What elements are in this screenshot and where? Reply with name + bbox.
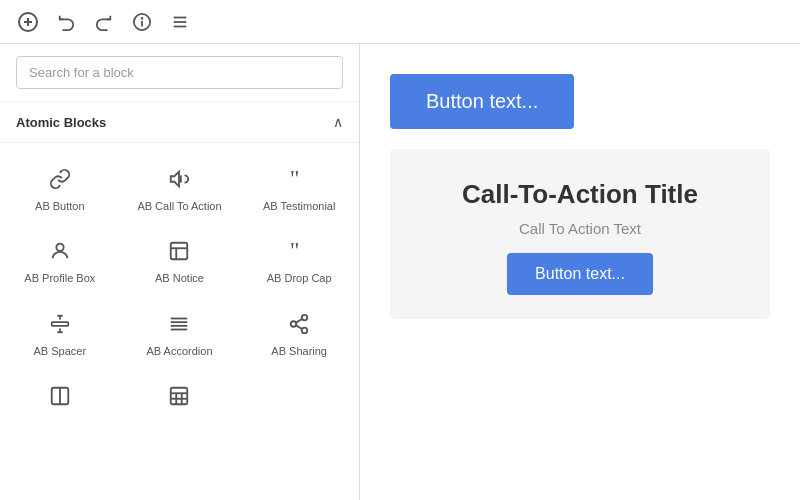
- category-header[interactable]: Atomic Blocks ∧: [0, 102, 359, 143]
- block-item-ab-notice[interactable]: AB Notice: [120, 223, 240, 295]
- menu-icon: [171, 13, 189, 31]
- info-icon: [133, 13, 151, 31]
- cta-button[interactable]: Button text...: [507, 253, 653, 295]
- redo-icon: [95, 13, 113, 31]
- block-item-ab-call-to-action[interactable]: AB Call To Action: [120, 151, 240, 223]
- cta-box: Call-To-Action Title Call To Action Text…: [390, 149, 770, 319]
- svg-point-26: [302, 327, 308, 333]
- menu-button[interactable]: [164, 6, 196, 38]
- svg-line-27: [296, 325, 302, 329]
- atomic-blocks-category: Atomic Blocks ∧ AB Button: [0, 102, 359, 434]
- drop-cap-icon: ": [285, 237, 313, 265]
- megaphone-icon: [165, 165, 193, 193]
- plus-icon: [18, 12, 38, 32]
- block-label-ab-spacer: AB Spacer: [34, 344, 87, 358]
- block-label-ab-profile-box: AB Profile Box: [24, 271, 95, 285]
- svg-text:": ": [290, 240, 300, 262]
- toolbar: [0, 0, 800, 44]
- block-item-ab-spacer[interactable]: AB Spacer: [0, 296, 120, 368]
- notice-icon: [165, 237, 193, 265]
- undo-button[interactable]: [50, 6, 82, 38]
- block-inserter-panel: Atomic Blocks ∧ AB Button: [0, 44, 360, 500]
- block-label-ab-drop-cap: AB Drop Cap: [267, 271, 332, 285]
- quote-icon: ": [285, 165, 313, 193]
- block-item-ab-profile-box[interactable]: AB Profile Box: [0, 223, 120, 295]
- block-item-ab-drop-cap[interactable]: " AB Drop Cap: [239, 223, 359, 295]
- chevron-up-icon: ∧: [333, 114, 343, 130]
- table-icon: [165, 382, 193, 410]
- button-text-top[interactable]: Button text...: [390, 74, 574, 129]
- svg-text:": ": [290, 168, 300, 190]
- cta-title: Call-To-Action Title: [462, 179, 698, 210]
- svg-line-28: [296, 319, 302, 323]
- search-area: [0, 44, 359, 102]
- block-label-ab-sharing: AB Sharing: [271, 344, 327, 358]
- search-input[interactable]: [16, 56, 343, 89]
- svg-rect-31: [171, 388, 188, 405]
- svg-point-5: [142, 17, 143, 18]
- svg-rect-11: [171, 243, 188, 260]
- main-layout: Atomic Blocks ∧ AB Button: [0, 44, 800, 500]
- block-label-ab-button: AB Button: [35, 199, 85, 213]
- block-item-ab-accordion[interactable]: AB Accordion: [120, 296, 240, 368]
- spacer-icon: [46, 310, 74, 338]
- block-label-ab-call-to-action: AB Call To Action: [137, 199, 221, 213]
- block-label-ab-notice: AB Notice: [155, 271, 204, 285]
- block-item-ab-button[interactable]: AB Button: [0, 151, 120, 223]
- block-item-ab-testimonial[interactable]: " AB Testimonial: [239, 151, 359, 223]
- sharing-icon: [285, 310, 313, 338]
- editor-content: Button text... Call-To-Action Title Call…: [360, 44, 800, 500]
- info-button[interactable]: [126, 6, 158, 38]
- person-icon: [46, 237, 74, 265]
- redo-button[interactable]: [88, 6, 120, 38]
- accordion-icon: [165, 310, 193, 338]
- svg-rect-15: [52, 322, 69, 326]
- category-title: Atomic Blocks: [16, 115, 106, 130]
- link-icon: [46, 165, 74, 193]
- blocks-grid: AB Button AB Call To Action: [0, 143, 359, 434]
- svg-point-24: [302, 314, 308, 320]
- block-item-ab-table[interactable]: [120, 368, 240, 426]
- block-item-ab-columns[interactable]: [0, 368, 120, 426]
- undo-icon: [57, 13, 75, 31]
- block-item-ab-sharing[interactable]: AB Sharing: [239, 296, 359, 368]
- block-label-ab-testimonial: AB Testimonial: [263, 199, 336, 213]
- columns-icon: [46, 382, 74, 410]
- block-label-ab-accordion: AB Accordion: [146, 344, 212, 358]
- svg-point-25: [291, 321, 297, 327]
- svg-point-10: [56, 244, 63, 251]
- add-button[interactable]: [12, 6, 44, 38]
- cta-subtitle: Call To Action Text: [519, 220, 641, 237]
